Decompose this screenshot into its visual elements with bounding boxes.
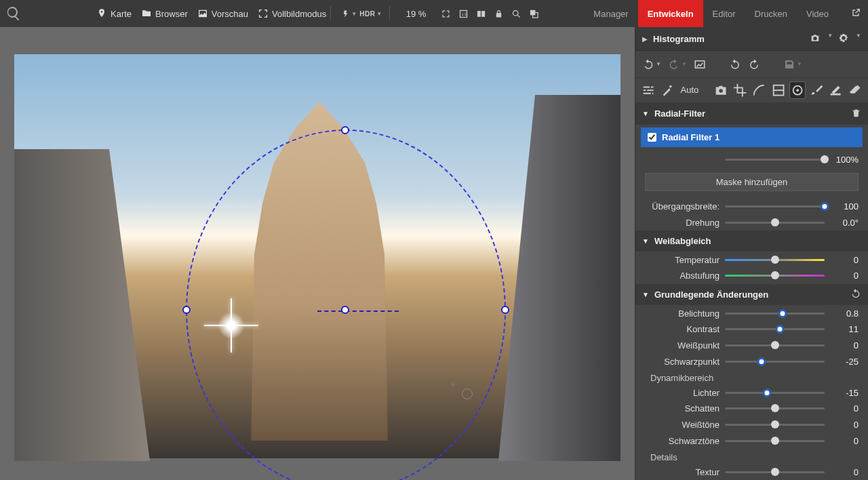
handle-right[interactable] bbox=[501, 306, 509, 314]
trash-icon[interactable] bbox=[851, 108, 861, 120]
histogram-header[interactable]: ▶ Histogramm ▼ ▼ bbox=[635, 27, 868, 51]
flash-icon[interactable]: ▼ bbox=[342, 6, 357, 21]
texture-slider[interactable] bbox=[725, 471, 825, 473]
snapshot-icon[interactable] bbox=[694, 58, 706, 71]
contrast-slider[interactable] bbox=[725, 328, 825, 330]
tab-manager[interactable]: Manager bbox=[584, 0, 637, 27]
rotation-slider[interactable] bbox=[725, 222, 825, 224]
save-icon[interactable]: ▼ bbox=[783, 58, 802, 71]
handle-left[interactable] bbox=[182, 306, 191, 314]
whitepoint-slider[interactable] bbox=[725, 344, 825, 346]
highlights-slider[interactable] bbox=[725, 392, 825, 394]
zoom-value[interactable]: 19 % bbox=[397, 7, 436, 20]
svg-rect-3 bbox=[481, 11, 485, 17]
opacity-slider[interactable] bbox=[725, 159, 825, 161]
folder-icon bbox=[141, 8, 152, 19]
gear-icon[interactable] bbox=[838, 33, 849, 45]
fullscreen-icon bbox=[258, 8, 269, 19]
details-label: Details bbox=[635, 449, 868, 464]
cursor-plus-icon: + bbox=[450, 378, 456, 391]
white-balance-header[interactable]: ▼ Weißabgleich bbox=[635, 231, 868, 252]
filter-list-item[interactable]: Radial Filter 1 bbox=[641, 127, 863, 148]
top-toolbar: Karte Browser Vorschau Vollbildmodus ▼ H… bbox=[0, 0, 868, 27]
chevron-down-icon: ▼ bbox=[642, 237, 649, 245]
temperature-slider[interactable] bbox=[725, 259, 825, 261]
undo-icon[interactable]: ▼ bbox=[642, 58, 661, 71]
onetoone-icon[interactable]: 1:1 bbox=[456, 6, 471, 21]
dynamic-range-label: Dynamikbereich bbox=[635, 369, 868, 384]
canvas[interactable]: + bbox=[0, 27, 635, 480]
cursor-circle-icon bbox=[462, 388, 473, 399]
reset-icon[interactable] bbox=[850, 288, 861, 301]
eraser-icon[interactable] bbox=[848, 82, 863, 98]
compare-icon[interactable] bbox=[473, 6, 488, 21]
map-button[interactable]: Karte bbox=[96, 8, 132, 19]
magic-wand-icon[interactable] bbox=[660, 82, 675, 98]
camera-info-icon[interactable] bbox=[810, 33, 821, 45]
tab-video[interactable]: Video bbox=[797, 0, 838, 27]
divider bbox=[389, 6, 390, 21]
tab-develop[interactable]: Entwickeln bbox=[638, 0, 703, 27]
basic-adjustments-header[interactable]: ▼ Grundlegende Änderungen bbox=[635, 284, 868, 305]
tint-slider[interactable] bbox=[725, 275, 825, 277]
gradient-filter-icon[interactable] bbox=[771, 82, 786, 98]
pin-icon bbox=[96, 8, 107, 19]
chevron-down-icon: ▼ bbox=[642, 291, 649, 298]
right-panel: ▶ Histogramm ▼ ▼ ▼ ▼ ▼ Auto bbox=[635, 27, 868, 480]
curves-icon[interactable] bbox=[751, 82, 766, 98]
svg-text:1:1: 1:1 bbox=[461, 12, 467, 16]
exposure-slider[interactable] bbox=[725, 313, 825, 315]
crop-icon[interactable] bbox=[732, 82, 747, 98]
svg-rect-2 bbox=[477, 11, 481, 17]
auto-label[interactable]: Auto bbox=[681, 85, 699, 95]
svg-point-4 bbox=[513, 10, 518, 16]
divider bbox=[330, 6, 331, 21]
tab-print[interactable]: Drucken bbox=[745, 0, 797, 27]
chevron-right-icon: ▶ bbox=[642, 35, 648, 43]
redo-icon[interactable]: ▼ bbox=[668, 58, 687, 71]
radial-filter-icon[interactable] bbox=[790, 82, 805, 98]
zoom-lock-icon[interactable] bbox=[509, 6, 524, 21]
chevron-down-icon: ▼ bbox=[642, 110, 649, 117]
tab-editor[interactable]: Editor bbox=[703, 0, 745, 27]
preview-button[interactable]: Vorschau bbox=[197, 8, 248, 19]
filter-enabled-checkbox[interactable] bbox=[648, 133, 656, 142]
history-row: ▼ ▼ ▼ bbox=[635, 51, 868, 77]
camera-icon[interactable] bbox=[713, 82, 728, 98]
shadows-slider[interactable] bbox=[725, 407, 825, 409]
radial-filter-section-header[interactable]: ▼ Radial-Filter bbox=[635, 103, 868, 124]
popout-icon[interactable] bbox=[850, 7, 861, 20]
rotate-left-icon[interactable] bbox=[729, 58, 741, 71]
image-preview[interactable]: + bbox=[14, 54, 620, 458]
blackpoint-slider[interactable] bbox=[725, 361, 825, 363]
search-icon[interactable] bbox=[5, 5, 22, 22]
tool-row: Auto bbox=[635, 78, 868, 103]
svg-point-10 bbox=[796, 89, 799, 92]
hdr-button[interactable]: HDR▼ bbox=[359, 6, 382, 21]
fit-icon[interactable] bbox=[438, 6, 453, 21]
whites-slider[interactable] bbox=[725, 424, 825, 426]
add-mask-button[interactable]: Maske hinzufügen bbox=[645, 173, 859, 192]
transition-slider[interactable] bbox=[725, 205, 825, 207]
browser-button[interactable]: Browser bbox=[141, 8, 188, 19]
adjust-icon[interactable] bbox=[641, 82, 656, 98]
svg-rect-7 bbox=[695, 60, 705, 68]
fullscreen-button[interactable]: Vollbildmodus bbox=[258, 8, 326, 19]
rotate-right-icon[interactable] bbox=[748, 58, 760, 71]
lock-icon[interactable] bbox=[491, 6, 506, 21]
blacks-slider[interactable] bbox=[725, 440, 825, 442]
image-icon bbox=[197, 8, 208, 19]
brush-icon[interactable] bbox=[809, 82, 824, 98]
overlay-icon[interactable] bbox=[526, 6, 541, 21]
retouch-icon[interactable] bbox=[828, 82, 843, 98]
